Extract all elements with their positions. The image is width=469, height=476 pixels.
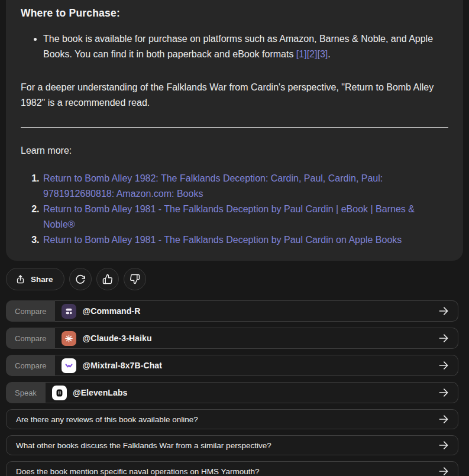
arrow-right-icon	[438, 360, 449, 371]
bot-button-claude-3-haiku[interactable]: @Claude-3-Haiku	[55, 328, 458, 349]
regenerate-icon	[75, 274, 86, 285]
speak-row-elevenlabs: Speak @ElevenLabs	[6, 382, 458, 403]
bot-name: @Claude-3-Haiku	[82, 333, 151, 343]
arrow-right-icon	[438, 465, 449, 476]
anthropic-logo-icon	[62, 331, 76, 346]
bot-button-mixtral-8x7b-chat[interactable]: @Mixtral-8x7B-Chat	[55, 355, 458, 376]
arrow-right-icon	[438, 332, 449, 344]
bot-button-command-r[interactable]: @Command-R	[55, 300, 458, 322]
followup-question-text: What other books discuss the Falklands W…	[16, 441, 271, 450]
bot-button-elevenlabs[interactable]: @ElevenLabs	[46, 382, 458, 403]
purchase-bullet-item: The book is available for purchase on pl…	[43, 31, 448, 62]
thumbs-down-button[interactable]	[124, 268, 146, 290]
bot-name: @Command-R	[82, 306, 140, 316]
arrow-right-icon	[438, 387, 449, 399]
source-link-barnes-noble[interactable]: Return to Bomb Alley 1981 - The Falkland…	[43, 204, 415, 229]
citation-link-2[interactable]: [2]	[307, 49, 318, 59]
bullet-text: The book is available for purchase on pl…	[43, 34, 433, 59]
followup-question-other-books[interactable]: What other books discuss the Falklands W…	[6, 435, 458, 455]
followup-question-naval-operations[interactable]: Does the book mention specific naval ope…	[6, 461, 458, 476]
source-link-list: Return to Bomb Alley 1982: The Falklands…	[21, 171, 448, 248]
elevenlabs-logo-icon	[52, 386, 67, 400]
followup-question-reviews[interactable]: Are there any reviews of this book avail…	[6, 409, 458, 429]
arrow-right-icon	[438, 413, 449, 425]
source-link-apple-books[interactable]: Return to Bomb Alley 1981 - The Falkland…	[43, 235, 402, 245]
share-icon	[15, 274, 25, 284]
source-list-item: Return to Bomb Alley 1981 - The Falkland…	[42, 232, 448, 248]
section-heading: Where to Purchase:	[21, 4, 448, 20]
bot-name: @Mixtral-8x7B-Chat	[82, 361, 161, 370]
speak-tab[interactable]: Speak	[6, 382, 46, 403]
learn-more-label: Learn more:	[21, 144, 448, 158]
purchase-bullet-list: The book is available for purchase on pl…	[21, 31, 448, 62]
bot-message-card: Where to Purchase: The book is available…	[6, 0, 463, 261]
arrow-right-icon	[438, 305, 449, 317]
compare-row-mixtral-8x7b-chat: Compare @Mixtral-8x7B-Chat	[6, 355, 458, 376]
citation-link-1[interactable]: [1]	[296, 49, 307, 59]
thumbs-up-button[interactable]	[96, 268, 119, 290]
arrow-right-icon	[438, 439, 449, 451]
followup-question-text: Does the book mention specific naval ope…	[16, 467, 259, 476]
regenerate-button[interactable]	[69, 268, 92, 290]
share-button-label: Share	[31, 275, 53, 284]
recommendation-paragraph: For a deeper understanding of the Falkla…	[21, 80, 448, 111]
source-list-item: Return to Bomb Alley 1981 - The Falkland…	[42, 202, 448, 232]
compare-row-claude-3-haiku: Compare @Claude-3-Haiku	[6, 328, 458, 349]
command-r-logo-icon	[62, 304, 76, 319]
share-button[interactable]: Share	[6, 268, 64, 290]
mistral-logo-icon	[62, 358, 76, 373]
divider	[21, 127, 448, 128]
thumbs-up-icon	[102, 274, 113, 284]
source-list-item: Return to Bomb Alley 1982: The Falklands…	[42, 171, 448, 202]
thumbs-down-icon	[130, 274, 140, 284]
followup-question-text: Are there any reviews of this book avail…	[16, 415, 198, 424]
bot-name: @ElevenLabs	[73, 388, 128, 397]
compare-row-command-r: Compare @Command-R	[6, 300, 458, 322]
citation-link-3[interactable]: [3]	[317, 49, 328, 59]
compare-tab[interactable]: Compare	[6, 328, 55, 349]
compare-tab[interactable]: Compare	[6, 300, 55, 322]
bullet-period: .	[328, 49, 330, 59]
message-actions-bar: Share	[6, 268, 463, 290]
source-link-amazon[interactable]: Return to Bomb Alley 1982: The Falklands…	[43, 173, 383, 199]
compare-tab[interactable]: Compare	[6, 355, 55, 376]
